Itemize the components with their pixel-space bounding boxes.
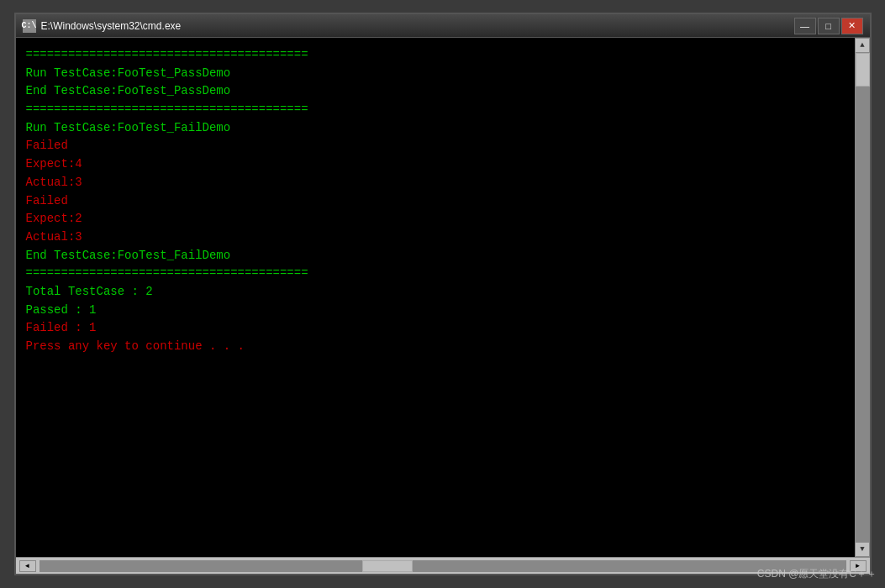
console-line-16: Press any key to continue . . . bbox=[26, 338, 845, 356]
console-line-5: Failed bbox=[26, 137, 845, 155]
console-line-13: Total TestCase : 2 bbox=[26, 283, 845, 302]
console-output: ========================================… bbox=[16, 38, 855, 557]
console-area: ========================================… bbox=[16, 38, 870, 557]
scroll-left-button[interactable]: ◄ bbox=[19, 560, 36, 572]
horizontal-scroll-thumb[interactable] bbox=[362, 560, 413, 572]
console-line-3: ======================================== bbox=[26, 101, 845, 119]
console-line-2: End TestCase:FooTest_PassDemo bbox=[26, 82, 845, 101]
maximize-button[interactable]: □ bbox=[818, 18, 840, 34]
console-line-7: Actual:3 bbox=[26, 174, 845, 192]
status-bar: ◄ ► bbox=[16, 557, 870, 574]
minimize-button[interactable]: — bbox=[794, 18, 816, 34]
console-line-1: Run TestCase:FooTest_PassDemo bbox=[26, 65, 845, 83]
scroll-down-button[interactable]: ▼ bbox=[855, 542, 870, 557]
close-button[interactable]: ✕ bbox=[841, 18, 863, 34]
scrollbar[interactable]: ▲ ▼ bbox=[855, 38, 870, 557]
console-line-12: ======================================== bbox=[26, 265, 845, 283]
console-line-0: ======================================== bbox=[26, 46, 845, 65]
scroll-up-button[interactable]: ▲ bbox=[855, 38, 870, 53]
console-line-15: Failed : 1 bbox=[26, 319, 845, 338]
console-line-14: Passed : 1 bbox=[26, 302, 845, 320]
title-bar: C:\ E:\Windows\system32\cmd.exe — □ ✕ bbox=[16, 14, 870, 38]
console-line-9: Expect:2 bbox=[26, 210, 845, 228]
horizontal-scroll-track[interactable] bbox=[40, 560, 846, 572]
console-line-4: Run TestCase:FooTest_FailDemo bbox=[26, 119, 845, 138]
window-icon: C:\ bbox=[23, 19, 36, 33]
console-line-10: Actual:3 bbox=[26, 228, 845, 247]
scroll-thumb[interactable] bbox=[856, 53, 870, 87]
window-controls: — □ ✕ bbox=[794, 18, 863, 34]
console-line-11: End TestCase:FooTest_FailDemo bbox=[26, 247, 845, 265]
watermark: CSDN @愿天堂没有C＋＋ bbox=[757, 567, 877, 581]
cmd-window: C:\ E:\Windows\system32\cmd.exe — □ ✕ ==… bbox=[14, 13, 872, 575]
window-title: E:\Windows\system32\cmd.exe bbox=[41, 20, 794, 32]
console-line-6: Expect:4 bbox=[26, 155, 845, 174]
scroll-track[interactable] bbox=[856, 53, 870, 542]
console-line-8: Failed bbox=[26, 192, 845, 211]
